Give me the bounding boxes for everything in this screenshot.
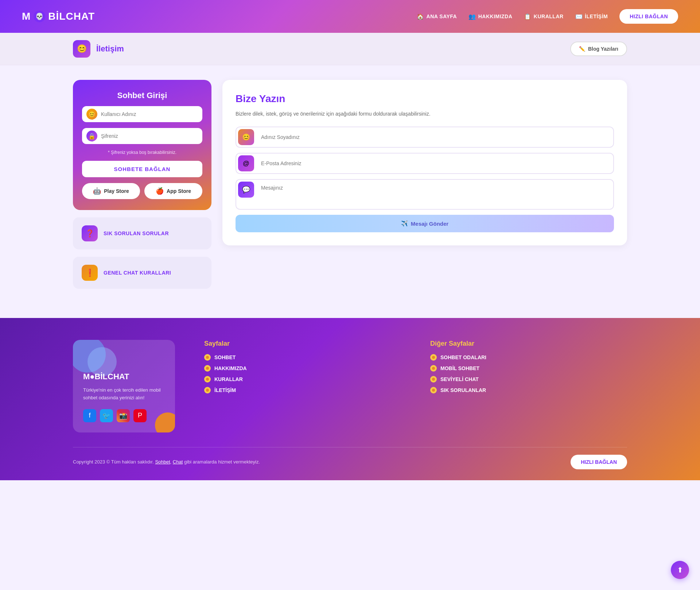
- footer-brand-card: M●BİLCHAT Türkiye'nin en çok tercih edil…: [73, 340, 175, 432]
- rules-icon: ❗: [82, 265, 98, 281]
- pinterest-icon[interactable]: P: [133, 409, 147, 422]
- footer-other-title: Diğer Sayfalar: [430, 340, 627, 348]
- rules-icon: 📋: [524, 13, 532, 20]
- footer-link-seviyeli-chat[interactable]: SEVİYELİ CHAT: [430, 376, 627, 383]
- logo-text: M: [22, 11, 31, 22]
- sohbet-giris-card: Sohbet Girişi 😊 🔒 * Şifreniz yoksa boş b…: [73, 80, 211, 210]
- smiley-icon: 😊: [86, 109, 97, 120]
- android-icon: 🤖: [93, 187, 101, 195]
- contact-form-desc: Bizlere dilek, istek, görüş ve önerileri…: [236, 110, 614, 118]
- name-input[interactable]: [256, 129, 613, 145]
- left-column: Sohbet Girişi 😊 🔒 * Şifreniz yoksa boş b…: [73, 80, 211, 289]
- facebook-icon[interactable]: f: [83, 409, 96, 422]
- email-icon: @: [238, 155, 254, 171]
- page-title: İletişim: [96, 44, 124, 54]
- footer-copyright: Copyright 2023 © Tüm hakları saklıdır. S…: [73, 459, 260, 465]
- footer-link-sohbet[interactable]: SOHBET: [204, 354, 401, 361]
- faq-label: SIK SORULAN SORULAR: [104, 230, 169, 236]
- play-store-button[interactable]: 🤖 Play Store: [82, 183, 140, 199]
- message-icon: 💬: [238, 182, 254, 198]
- footer-link-hakkimizda[interactable]: HAKKIMIZDA: [204, 365, 401, 372]
- dot-icon: [204, 365, 211, 372]
- email-input[interactable]: [256, 155, 613, 171]
- faq-icon: ❓: [82, 225, 98, 241]
- nav-iletisim[interactable]: ✉️ İLETİŞİM: [575, 13, 608, 20]
- lock-icon: 🔒: [86, 131, 97, 141]
- footer-link-iletisim[interactable]: İLETİŞİM: [204, 387, 401, 393]
- header: M 💀 BİLCHAT 🏠 ANA SAYFA 👥 HAKKIMIZDA 📋 K…: [0, 0, 700, 33]
- people-icon: 👥: [468, 13, 476, 20]
- sohbet-giris-title: Sohbet Girişi: [117, 91, 167, 100]
- send-message-button[interactable]: ✈️ Mesajı Gönder: [236, 215, 614, 232]
- send-icon: ✈️: [401, 220, 408, 227]
- rules-card[interactable]: ❗ GENEL CHAT KURALLARI: [73, 257, 211, 289]
- nav-hakkimizda[interactable]: 👥 HAKKIMIZDA: [468, 13, 512, 20]
- footer-hizli-baglan-button[interactable]: HIZLI BAĞLAN: [571, 455, 627, 469]
- footer-top: M●BİLCHAT Türkiye'nin en çok tercih edil…: [73, 340, 627, 432]
- password-input[interactable]: [82, 128, 202, 144]
- twitter-icon[interactable]: 🐦: [100, 409, 113, 422]
- header-hizli-baglan-button[interactable]: HIZLI BAĞLAN: [619, 9, 678, 24]
- footer-other-pages: Diğer Sayfalar SOHBET ODALARI MOBİL SOHB…: [430, 340, 627, 432]
- dot-icon: [430, 365, 437, 372]
- dot-icon: [204, 376, 211, 383]
- sohbete-baglan-button[interactable]: SOHBETE BAĞLAN: [82, 161, 202, 177]
- chat-link[interactable]: Chat: [173, 459, 183, 465]
- faq-card[interactable]: ❓ SIK SORULAN SORULAR: [73, 217, 211, 249]
- mail-icon: ✉️: [575, 13, 583, 20]
- message-textarea[interactable]: [256, 180, 613, 209]
- footer-pages: Sayfalar SOHBET HAKKIMIZDA KURALLAR İLET…: [204, 340, 401, 432]
- logo-text-2: BİLCHAT: [48, 11, 95, 22]
- instagram-icon[interactable]: 📸: [117, 409, 130, 422]
- dot-icon: [430, 354, 437, 361]
- email-group: @: [236, 153, 614, 174]
- footer-link-sik-sorulanlar[interactable]: SIK SORULANLAR: [430, 387, 627, 393]
- footer-pages-title: Sayfalar: [204, 340, 401, 348]
- main-content: Sohbet Girişi 😊 🔒 * Şifreniz yoksa boş b…: [0, 65, 700, 303]
- footer: M●BİLCHAT Türkiye'nin en çok tercih edil…: [0, 318, 700, 480]
- breadcrumb: 😊 İletişim: [73, 40, 124, 58]
- nav-ana-sayfa[interactable]: 🏠 ANA SAYFA: [417, 13, 457, 20]
- footer-logo: M●BİLCHAT: [83, 372, 165, 381]
- breadcrumb-bar: 😊 İletişim ✏️ Blog Yazıları: [0, 33, 700, 65]
- store-buttons: 🤖 Play Store 🍎 App Store: [82, 183, 202, 199]
- password-group: 🔒: [82, 128, 202, 144]
- footer-bottom: Copyright 2023 © Tüm hakları saklıdır. S…: [73, 447, 627, 469]
- main-nav: 🏠 ANA SAYFA 👥 HAKKIMIZDA 📋 KURALLAR ✉️ İ…: [417, 9, 678, 24]
- footer-desc: Türkiye'nin en çok tercih edilen mobil s…: [83, 387, 165, 402]
- username-group: 😊: [82, 106, 202, 122]
- sohbet-link[interactable]: Sohbet: [155, 459, 170, 465]
- dot-icon: [430, 387, 437, 393]
- footer-link-mobil-sohbet[interactable]: MOBİL SOHBET: [430, 365, 627, 372]
- blog-yazilari-button[interactable]: ✏️ Blog Yazıları: [570, 42, 627, 56]
- username-input[interactable]: [82, 106, 202, 122]
- breadcrumb-icon: 😊: [73, 40, 90, 58]
- footer-link-sohbet-odalari[interactable]: SOHBET ODALARI: [430, 354, 627, 361]
- home-icon: 🏠: [417, 13, 424, 20]
- name-group: 😊: [236, 127, 614, 148]
- social-icons: f 🐦 📸 P: [83, 409, 165, 422]
- pencil-icon: ✏️: [579, 46, 585, 52]
- footer-brand: M●BİLCHAT Türkiye'nin en çok tercih edil…: [73, 340, 175, 432]
- logo: M 💀 BİLCHAT: [22, 11, 95, 22]
- password-note: * Şifreniz yoksa boş bırakabilirsiniz.: [108, 150, 176, 155]
- apple-icon: 🍎: [156, 187, 164, 195]
- contact-form-title: Bize Yazın: [236, 93, 614, 105]
- dot-icon: [204, 354, 211, 361]
- name-icon: 😊: [238, 129, 254, 145]
- app-store-button[interactable]: 🍎 App Store: [144, 183, 202, 199]
- dot-icon: [204, 387, 211, 393]
- dot-icon: [430, 376, 437, 383]
- logo-skull-icon: 💀: [34, 11, 45, 22]
- footer-link-kurallar[interactable]: KURALLAR: [204, 376, 401, 383]
- rules-label: GENEL CHAT KURALLARI: [104, 270, 171, 276]
- nav-kurallar[interactable]: 📋 KURALLAR: [524, 13, 563, 20]
- contact-form: Bize Yazın Bizlere dilek, istek, görüş v…: [222, 80, 627, 245]
- message-group: 💬: [236, 179, 614, 210]
